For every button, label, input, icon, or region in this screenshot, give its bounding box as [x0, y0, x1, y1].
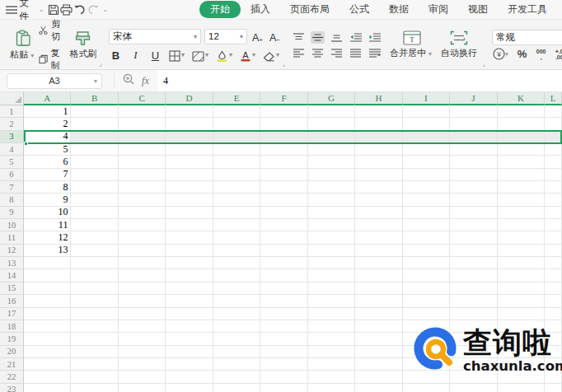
tab-review[interactable]: 审阅 [419, 1, 458, 18]
cell-A18[interactable] [24, 320, 71, 333]
cell-E5[interactable] [213, 156, 260, 168]
cell-J14[interactable] [450, 269, 497, 282]
cell-A15[interactable] [24, 282, 71, 295]
cell-K6[interactable] [498, 169, 545, 181]
increase-decimal-button[interactable]: +.0.00 [555, 49, 562, 60]
cell-I4[interactable] [403, 143, 450, 156]
cell-E12[interactable] [213, 245, 260, 257]
hamburger-menu-icon[interactable] [5, 2, 18, 18]
cell-A8[interactable]: 9 [24, 194, 71, 206]
row-header-2[interactable]: 2 [0, 118, 24, 130]
tab-insert[interactable]: 插入 [241, 1, 280, 18]
cell-F13[interactable] [260, 257, 307, 269]
cell-L5[interactable] [545, 156, 562, 168]
cell-F15[interactable] [260, 282, 307, 295]
cell-C22[interactable] [119, 371, 166, 383]
alignment-dialog-launcher[interactable]: ⌟ [482, 60, 485, 68]
column-header-A[interactable]: A [24, 92, 71, 105]
cell-J9[interactable] [450, 207, 497, 219]
cell-E2[interactable] [213, 118, 260, 130]
cell-H9[interactable] [355, 207, 402, 219]
cell-G4[interactable] [308, 143, 355, 156]
cell-E10[interactable] [213, 219, 260, 231]
cell-E20[interactable] [213, 346, 260, 358]
cell-F1[interactable] [260, 105, 307, 118]
cell-F3[interactable] [260, 131, 307, 143]
align-bottom-button[interactable] [330, 31, 344, 44]
cell-J16[interactable] [450, 295, 497, 307]
cell-J4[interactable] [450, 143, 497, 156]
cell-B6[interactable] [71, 169, 118, 181]
cell-J3[interactable] [450, 131, 497, 143]
cell-E22[interactable] [213, 371, 260, 383]
decrease-indent-button[interactable] [349, 31, 363, 44]
cell-E7[interactable] [213, 181, 260, 194]
align-left-button[interactable] [292, 47, 306, 59]
cell-I6[interactable] [403, 169, 450, 181]
column-header-D[interactable]: D [166, 92, 213, 105]
cell-C7[interactable] [119, 181, 166, 194]
cell-C5[interactable] [119, 156, 166, 168]
thousands-separator-button[interactable]: 000, [536, 49, 546, 60]
cell-B12[interactable] [71, 245, 118, 257]
fx-insert-function[interactable]: fx [142, 75, 149, 87]
cell-E11[interactable] [213, 231, 260, 244]
formula-input[interactable]: 4 [157, 70, 562, 91]
font-dialog-launcher[interactable]: ⌟ [282, 60, 285, 68]
row-header-11[interactable]: 11 [0, 231, 24, 244]
column-header-G[interactable]: G [308, 92, 355, 105]
cell-K3[interactable] [498, 131, 545, 143]
select-all-corner[interactable] [0, 92, 24, 105]
cell-C16[interactable] [119, 295, 166, 307]
cell-I2[interactable] [403, 118, 450, 130]
cell-B20[interactable] [71, 346, 118, 358]
cell-H21[interactable] [355, 358, 402, 371]
cell-A13[interactable] [24, 257, 71, 269]
cell-L14[interactable] [545, 269, 562, 282]
merge-center-button[interactable]: T 合并居中▾ [388, 30, 436, 59]
cell-D16[interactable] [166, 295, 213, 307]
cell-J11[interactable] [450, 231, 497, 244]
cell-C12[interactable] [119, 245, 166, 257]
cell-C19[interactable] [119, 333, 166, 345]
cell-L8[interactable] [545, 194, 562, 206]
cell-H4[interactable] [355, 143, 402, 156]
cell-C10[interactable] [119, 219, 166, 231]
cell-B19[interactable] [71, 333, 118, 345]
cell-B14[interactable] [71, 269, 118, 282]
clear-format-button[interactable]: ▾ [262, 48, 280, 62]
row-header-12[interactable]: 12 [0, 245, 24, 257]
clipboard-dialog-launcher[interactable]: ⌟ [99, 60, 102, 68]
cell-C15[interactable] [119, 282, 166, 295]
cell-J13[interactable] [450, 257, 497, 269]
cell-B3[interactable] [71, 131, 118, 143]
row-header-19[interactable]: 19 [0, 333, 24, 345]
tab-home[interactable]: 开始 [199, 1, 241, 18]
cell-B15[interactable] [71, 282, 118, 295]
cell-C21[interactable] [119, 358, 166, 371]
cell-G16[interactable] [308, 295, 355, 307]
cell-I1[interactable] [403, 105, 450, 118]
cell-K2[interactable] [498, 118, 545, 130]
cell-L15[interactable] [545, 282, 562, 295]
cell-G5[interactable] [308, 156, 355, 168]
name-box[interactable]: A3▾ [7, 73, 102, 89]
cell-H5[interactable] [355, 156, 402, 168]
cell-E18[interactable] [213, 320, 260, 333]
row-header-22[interactable]: 22 [0, 371, 24, 383]
cell-L1[interactable] [545, 105, 562, 118]
borders-button[interactable]: ▾ [168, 48, 185, 62]
distribute-button[interactable] [368, 47, 382, 59]
fill-handle[interactable] [24, 142, 28, 146]
cell-D17[interactable] [166, 308, 213, 320]
cell-I15[interactable] [403, 282, 450, 295]
cell-K15[interactable] [498, 282, 545, 295]
column-header-E[interactable]: E [213, 92, 260, 105]
column-header-C[interactable]: C [119, 92, 166, 105]
cell-A10[interactable]: 11 [24, 219, 71, 231]
cell-G11[interactable] [308, 231, 355, 244]
cell-B5[interactable] [71, 156, 118, 168]
cell-F8[interactable] [260, 194, 307, 206]
cell-A23[interactable] [24, 384, 71, 392]
align-right-button[interactable] [330, 47, 344, 59]
